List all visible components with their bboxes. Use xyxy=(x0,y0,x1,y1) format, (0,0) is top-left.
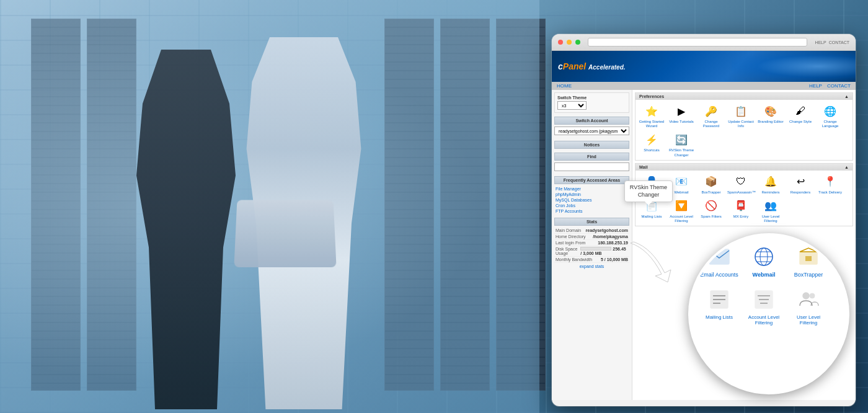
icon-mx-entry[interactable]: 📮 MX Entry xyxy=(727,197,755,223)
cpanel-sidebar: Switch Theme x3 Switch Account readysetg… xyxy=(552,90,632,400)
stats-row-disk: Disk Space Usage 256.45 / 3,000 MB xyxy=(554,246,629,257)
icon-change-style[interactable]: 🖌 Change Style xyxy=(787,102,814,128)
preferences-header: Preferences ▲ xyxy=(636,93,852,100)
mx-entry-icon: 📮 xyxy=(732,197,750,215)
laptop xyxy=(234,200,336,267)
responders-icon: ↩ xyxy=(792,173,809,190)
maximize-button[interactable] xyxy=(575,40,580,45)
mag-webmail[interactable]: Webmail xyxy=(743,243,785,278)
magnified-circle: Email Accounts Webmail xyxy=(688,233,849,394)
toolbar-help[interactable]: HELP xyxy=(809,83,822,89)
link-file-manager[interactable]: File Manager xyxy=(554,186,629,192)
spamassassin-label: SpamAssassin™ xyxy=(727,190,755,195)
mag-mailing-lists-label: Mailing Lists xyxy=(706,314,733,321)
find-section: Find xyxy=(554,153,629,172)
link-phpmyadmin[interactable]: phpMyAdmin xyxy=(554,192,629,197)
icon-track-delivery[interactable]: 📍 Track Delivery xyxy=(817,173,844,195)
browser-chrome: HELP CONTACT xyxy=(552,34,856,51)
spam-filters-label: Spam Filters xyxy=(701,215,722,219)
stats-value-domain: readysetgohost.com xyxy=(586,228,628,233)
minimize-button[interactable] xyxy=(567,40,572,45)
nav-contact: CONTACT xyxy=(829,40,849,45)
icon-video-tutorials[interactable]: ▶ Video Tutorials xyxy=(668,102,695,128)
icon-account-level-filtering[interactable]: 🔽 Account Level Filtering xyxy=(668,197,695,223)
video-tutorials-label: Video Tutorials xyxy=(669,120,694,124)
mag-webmail-icon xyxy=(750,243,777,270)
stats-label-homedir: Home Directory xyxy=(556,234,586,239)
magnified-content: Email Accounts Webmail xyxy=(691,236,847,392)
icon-getting-started[interactable]: ⭐ Getting Started Wizard xyxy=(638,102,665,128)
change-language-icon: 🌐 xyxy=(822,102,839,120)
icon-shortcuts[interactable]: ⚡ Shortcuts xyxy=(638,131,665,157)
nav-buttons: HELP CONTACT xyxy=(815,40,849,45)
close-button[interactable] xyxy=(558,40,563,45)
cpanel-toolbar: HOME HELP CONTACT xyxy=(552,82,856,90)
shortcuts-icon: ⚡ xyxy=(643,131,660,148)
stats-row-lastlogin: Last login From 180.188.253.19 xyxy=(554,240,629,246)
icon-responders[interactable]: ↩ Responders xyxy=(787,173,814,195)
mag-account-level-filtering[interactable]: Account Level Filtering xyxy=(743,286,785,326)
mag-mailing-lists-icon xyxy=(706,286,733,313)
change-password-icon: 🔑 xyxy=(702,102,720,120)
cpanel-tagline: Accelerated. xyxy=(588,64,625,71)
icon-change-language[interactable]: 🌐 Change Language xyxy=(817,102,844,128)
icon-change-password[interactable]: 🔑 Change Password xyxy=(698,102,725,128)
icon-mail-accounts[interactable]: 👤 Accounts xyxy=(638,173,665,195)
getting-started-icon: ⭐ xyxy=(643,102,660,120)
mail-icon-grid: 👤 Accounts 📧 Webmail 📦 BoxTrapper 🛡 Spam… xyxy=(636,171,852,226)
track-delivery-label: Track Delivery xyxy=(818,190,842,195)
switch-account-select[interactable]: readysetgohost.com (pkagysma) xyxy=(554,127,629,135)
account-level-filtering-icon: 🔽 xyxy=(673,197,690,215)
change-password-label: Change Password xyxy=(698,120,725,128)
icon-spamassassin[interactable]: 🛡 SpamAssassin™ xyxy=(727,173,755,195)
expand-stats-link[interactable]: expand stats xyxy=(554,263,629,270)
toolbar-home[interactable]: HOME xyxy=(557,83,572,89)
boxtrapper-label: BoxTrapper xyxy=(701,190,720,195)
icon-update-contact[interactable]: 📋 Update Contact Info xyxy=(727,102,755,128)
stats-header: Stats xyxy=(554,218,629,226)
user-level-filtering-label: User Level Filtering xyxy=(757,215,784,223)
icon-branding-editor[interactable]: 🎨 Branding Editor xyxy=(757,102,784,128)
spam-filters-icon: 🚫 xyxy=(702,197,720,215)
change-style-icon: 🖌 xyxy=(792,102,809,120)
mag-user-level-filtering[interactable]: User Level Filtering xyxy=(787,286,830,326)
icon-boxtrapper[interactable]: 📦 BoxTrapper xyxy=(698,173,725,195)
spamassassin-icon: 🛡 xyxy=(732,173,750,190)
frequently-accessed-header: Frequently Accessed Areas xyxy=(554,176,629,184)
change-language-label: Change Language xyxy=(817,120,844,128)
mag-mailing-lists[interactable]: Mailing Lists xyxy=(698,286,740,326)
mailing-lists-label: Mailing Lists xyxy=(641,215,662,219)
webmail-icon: 📧 xyxy=(673,173,690,190)
toolbar-contact[interactable]: CONTACT xyxy=(827,83,851,89)
track-delivery-icon: 📍 xyxy=(822,173,839,190)
switch-account-header: Switch Account xyxy=(554,117,629,125)
mag-webmail-label: Webmail xyxy=(753,272,776,278)
icon-user-level-filtering[interactable]: 👥 User Level Filtering xyxy=(757,197,784,223)
icon-reminders[interactable]: 🔔 Reminders xyxy=(757,173,784,195)
switch-theme-select[interactable]: x3 xyxy=(557,101,587,110)
stats-value-disk: 256.45 / 3,000 MB xyxy=(580,247,628,255)
icon-mailing-lists[interactable]: 📄 Mailing Lists xyxy=(638,197,665,223)
notices-header: Notices xyxy=(554,141,629,149)
preferences-collapse[interactable]: ▲ xyxy=(844,94,849,99)
mag-account-level-filtering-icon xyxy=(750,286,777,313)
link-mysql-databases[interactable]: MySQL Databases xyxy=(554,197,629,203)
mail-section: Mail ▲ 👤 Accounts 📧 Webmail 📦 BoxTrapper xyxy=(635,163,853,227)
mag-account-level-filtering-label: Account Level Filtering xyxy=(743,314,785,326)
preferences-title: Preferences xyxy=(639,94,664,99)
update-contact-label: Update Contact Info xyxy=(727,120,755,128)
mail-collapse[interactable]: ▲ xyxy=(844,165,849,169)
icon-rvskin[interactable]: 🔄 RVSkin Theme Changer xyxy=(668,131,695,157)
address-bar[interactable] xyxy=(588,38,807,47)
find-header: Find xyxy=(554,153,629,161)
link-cron-jobs[interactable]: Cron Jobs xyxy=(554,203,629,208)
preferences-section: Preferences ▲ ⭐ Getting Started Wizard ▶… xyxy=(635,92,853,161)
link-ftp-accounts[interactable]: FTP Accounts xyxy=(554,208,629,214)
webmail-label: Webmail xyxy=(674,190,688,195)
responders-label: Responders xyxy=(790,190,810,195)
stats-value-homedir: /home/pkagysma xyxy=(593,234,628,239)
stats-value-lastlogin: 180.188.253.19 xyxy=(598,241,628,245)
find-input[interactable] xyxy=(554,162,629,171)
icon-webmail[interactable]: 📧 Webmail xyxy=(668,173,695,195)
icon-spam-filters[interactable]: 🚫 Spam Filters xyxy=(698,197,725,223)
